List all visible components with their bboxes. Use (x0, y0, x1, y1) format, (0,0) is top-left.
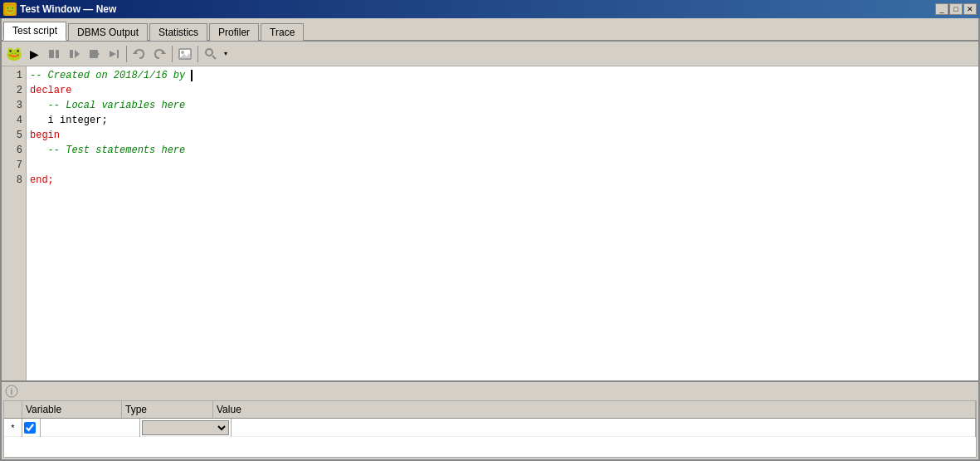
svg-line-14 (212, 56, 216, 59)
line-num-3: 3 (2, 98, 22, 113)
code-line-5: begin (30, 128, 975, 143)
maximize-button[interactable]: □ (949, 3, 963, 15)
window-title: Test Window — New (20, 3, 116, 15)
svg-rect-7 (117, 50, 119, 58)
cursor (191, 70, 193, 81)
svg-marker-6 (110, 51, 116, 57)
tab-bar: Test script DBMS Output Statistics Profi… (2, 18, 978, 42)
line-num-8: 8 (2, 173, 22, 188)
row-new-marker: * (4, 419, 22, 437)
search-icon (204, 47, 217, 61)
app-logo-button[interactable]: 🐸 (5, 45, 23, 63)
app-icon: 🐸 (3, 2, 17, 16)
toolbar-separator-3 (197, 46, 198, 62)
tab-profiler[interactable]: Profiler (209, 23, 259, 41)
step-over-icon (108, 48, 119, 60)
tab-statistics[interactable]: Statistics (149, 23, 207, 41)
svg-rect-0 (49, 50, 54, 58)
header-type-col: Type (122, 401, 213, 418)
row-type-cell[interactable] (140, 419, 232, 437)
toolbar-separator-1 (126, 46, 127, 62)
app-icon-glyph: 🐸 (5, 5, 15, 14)
step-into-icon (68, 48, 80, 60)
code-line-1: -- Created on 2018/1/16 by (30, 68, 975, 83)
line-numbers: 1 2 3 4 5 6 7 8 (2, 66, 27, 380)
row-type-dropdown[interactable] (142, 420, 229, 435)
undo-button[interactable] (130, 45, 149, 63)
row-checkbox-cell (22, 419, 41, 437)
svg-text:i: i (11, 387, 13, 396)
tab-test-script[interactable]: Test script (3, 22, 66, 41)
image-icon (178, 48, 192, 60)
close-button[interactable]: ✕ (963, 3, 977, 15)
editor-toolbar: 🐸 ▶ (2, 42, 978, 66)
title-bar: 🐸 Test Window — New _ □ ✕ (0, 0, 980, 18)
header-value-col: Value (213, 401, 976, 418)
tab-dbms-output-label: DBMS Output (77, 27, 139, 38)
tab-trace[interactable]: Trace (261, 23, 304, 41)
content-area: 1 2 3 4 5 6 7 8 -- Created on 2018/1/16 … (2, 66, 978, 380)
title-bar-left: 🐸 Test Window — New (3, 2, 116, 16)
search-dropdown-button[interactable]: ▾ (222, 45, 230, 63)
compile-icon (48, 48, 60, 60)
svg-point-11 (181, 51, 184, 54)
minimize-button[interactable]: _ (935, 3, 948, 15)
bottom-info-icon: i (5, 385, 18, 398)
step-over-button[interactable] (105, 45, 123, 63)
code-line-7 (30, 158, 975, 173)
table-header: Variable Type Value (4, 401, 976, 419)
code-editor[interactable]: -- Created on 2018/1/16 by declare -- Lo… (27, 66, 978, 380)
header-value-label: Value (217, 404, 241, 415)
tab-statistics-label: Statistics (158, 27, 198, 38)
code-line-3: -- Local variables here (30, 98, 975, 113)
header-type-label: Type (125, 404, 147, 415)
code-line-8: end; (30, 173, 975, 188)
line-num-1: 1 (2, 68, 22, 83)
header-variable-label: Variable (26, 404, 61, 415)
step-into-button[interactable] (65, 45, 83, 63)
code-line-6: -- Test statements here (30, 143, 975, 158)
image-button[interactable] (176, 45, 194, 63)
code-line-4: i integer; (30, 113, 975, 128)
row-enabled-checkbox[interactable] (24, 422, 36, 434)
tab-trace-label: Trace (270, 27, 295, 38)
table-new-row: * (4, 419, 976, 437)
row-value-cell[interactable] (232, 419, 976, 437)
code-line-2: declare (30, 83, 975, 98)
variables-table: Variable Type Value * (3, 400, 977, 458)
bottom-panel: i Variable Type Value * (2, 380, 978, 459)
row-variable-cell[interactable] (41, 419, 140, 437)
compile-button[interactable] (45, 45, 63, 63)
app-logo-icon: 🐸 (6, 46, 22, 61)
line-num-6: 6 (2, 143, 22, 158)
window-controls: _ □ ✕ (935, 3, 977, 15)
line-num-2: 2 (2, 83, 22, 98)
main-window: Test script DBMS Output Statistics Profi… (0, 18, 980, 461)
line-num-5: 5 (2, 128, 22, 143)
stop-button[interactable] (85, 45, 103, 63)
svg-point-13 (206, 49, 212, 56)
search-button[interactable] (202, 45, 220, 63)
tab-dbms-output[interactable]: DBMS Output (68, 23, 148, 41)
stop-icon (88, 48, 100, 60)
header-variable-col: Variable (22, 401, 122, 418)
tab-test-script-label: Test script (12, 25, 57, 37)
tab-profiler-label: Profiler (218, 27, 250, 38)
bottom-toolbar: i (2, 382, 978, 400)
line-num-4: 4 (2, 113, 22, 128)
redo-icon (153, 47, 166, 61)
run-button[interactable]: ▶ (25, 45, 43, 63)
line-num-7: 7 (2, 158, 22, 173)
svg-rect-2 (70, 50, 73, 58)
redo-button[interactable] (150, 45, 168, 63)
run-icon: ▶ (30, 47, 39, 61)
undo-icon (133, 47, 146, 61)
toolbar-separator-2 (172, 46, 173, 62)
svg-rect-1 (56, 50, 59, 58)
header-marker-col (4, 401, 22, 418)
svg-marker-3 (75, 50, 80, 58)
